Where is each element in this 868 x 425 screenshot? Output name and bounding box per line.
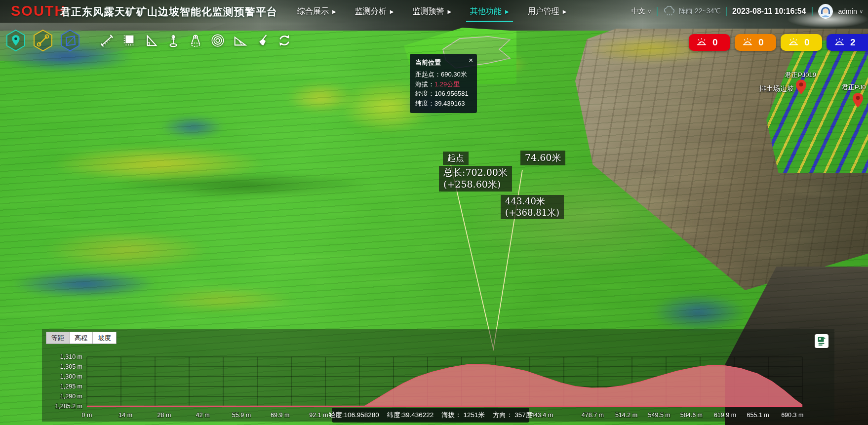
page-title: 君正东风露天矿矿山边坡智能化监测预警平台 bbox=[60, 5, 277, 19]
triangle-measure-icon[interactable] bbox=[140, 30, 162, 51]
measure-start-label: 起点 bbox=[443, 152, 469, 165]
terrain-blue-patch bbox=[160, 116, 225, 138]
header-right: 中文 ∨ 阵雨 22~34℃ 2023-08-11 10:16:54 bbox=[631, 0, 863, 23]
alarm-count: 0 bbox=[804, 37, 810, 48]
svg-text:584.6 m: 584.6 m bbox=[680, 412, 703, 419]
svg-text:69.9 m: 69.9 m bbox=[271, 412, 289, 419]
terrain-pit-benches bbox=[575, 29, 868, 290]
profile-tab[interactable]: 等距 bbox=[46, 332, 70, 344]
svg-text:549.5 m: 549.5 m bbox=[648, 412, 671, 419]
nav-label: 其他功能 bbox=[470, 6, 502, 17]
avatar[interactable] bbox=[818, 4, 833, 19]
svg-text:690.3 m: 690.3 m bbox=[781, 412, 803, 419]
terrain-yellow-patch bbox=[286, 81, 355, 114]
orange-alarm-badge[interactable]: 0 bbox=[735, 34, 776, 51]
top-bar: SOUTH 君正东风露天矿矿山边坡智能化监测预警平台 综合展示▶监测分析▶监测预… bbox=[0, 0, 868, 23]
terrain-blue-patch bbox=[652, 294, 746, 331]
measure-area-icon[interactable] bbox=[58, 29, 82, 52]
arrow-right-icon: ▶ bbox=[390, 9, 394, 14]
svg-text:478.7 m: 478.7 m bbox=[582, 412, 604, 419]
profile-tabs: 等距高程坡度 bbox=[46, 332, 117, 344]
arrow-right-icon: ▶ bbox=[447, 9, 451, 14]
measure-distance-icon[interactable] bbox=[31, 29, 55, 52]
nav-item[interactable]: 综合展示▶ bbox=[297, 6, 336, 17]
arrow-right-icon: ▶ bbox=[505, 9, 509, 14]
popup-row: 经度：106.956581 bbox=[415, 89, 472, 99]
yellow-alarm-badge[interactable]: 0 bbox=[781, 34, 822, 51]
red-alarm-badge[interactable]: 0 bbox=[689, 34, 730, 51]
map-3d-view[interactable]: SOUTH 君正东风露天矿矿山边坡智能化监测预警平台 综合展示▶监测分析▶监测预… bbox=[0, 0, 868, 425]
volume-measure-icon[interactable] bbox=[184, 30, 206, 51]
alarm-count: 0 bbox=[758, 37, 764, 48]
nav-label: 综合展示 bbox=[297, 6, 329, 17]
datetime-label: 2023-08-11 10:16:54 bbox=[732, 7, 806, 16]
weather-label: 阵雨 22~34℃ bbox=[679, 7, 720, 16]
profile-tab[interactable]: 高程 bbox=[70, 332, 93, 344]
language-label: 中文 bbox=[631, 7, 645, 16]
siren-icon bbox=[696, 38, 708, 47]
map-toolbar bbox=[4, 29, 295, 52]
svg-text:514.2 m: 514.2 m bbox=[615, 412, 637, 419]
user-menu[interactable]: admin ∨ bbox=[838, 7, 863, 15]
svg-text:28 m: 28 m bbox=[158, 412, 171, 419]
blue-alarm-badge[interactable]: 2 bbox=[827, 34, 868, 51]
refresh-icon[interactable] bbox=[273, 30, 295, 51]
slope-ruler-icon[interactable] bbox=[95, 30, 118, 51]
status-item: 经度:106.958280 bbox=[329, 411, 379, 420]
popup-row: 纬度：39.439163 bbox=[415, 99, 472, 109]
divider bbox=[812, 7, 813, 16]
username-label: admin bbox=[838, 7, 857, 15]
nav-item[interactable]: 用户管理▶ bbox=[528, 6, 567, 17]
marker-paitu-slope[interactable]: 排土场边坡 bbox=[759, 84, 794, 93]
rain-cloud-icon bbox=[663, 6, 676, 17]
nav-label: 用户管理 bbox=[528, 6, 559, 17]
alarm-count: 2 bbox=[850, 37, 856, 48]
siren-icon bbox=[742, 38, 753, 47]
export-excel-button[interactable] bbox=[815, 334, 829, 348]
marker-junzheng-pj0[interactable]: 君正PJ0 bbox=[842, 83, 866, 110]
divider bbox=[726, 7, 727, 16]
map-pin-icon[interactable] bbox=[796, 79, 806, 94]
svg-text:92.1 m: 92.1 m bbox=[309, 412, 328, 419]
slope-angle-icon[interactable] bbox=[229, 30, 251, 51]
locate-pin-icon[interactable] bbox=[4, 29, 28, 52]
popup-rows: 距起点：690.30米海拔：1.29公里经度：106.956581纬度：39.4… bbox=[415, 70, 472, 108]
svg-text:1,295 m: 1,295 m bbox=[60, 383, 82, 390]
chevron-down-icon: ∨ bbox=[860, 9, 863, 14]
svg-text:14 m: 14 m bbox=[118, 412, 132, 419]
alarm-counters: 0002 bbox=[689, 34, 868, 51]
popup-row: 海拔：1.29公里 bbox=[415, 79, 472, 89]
siren-icon bbox=[788, 38, 799, 47]
svg-text:443.4 m: 443.4 m bbox=[531, 412, 553, 419]
nav-label: 监测分析 bbox=[355, 6, 387, 17]
svg-text:1,305 m: 1,305 m bbox=[60, 363, 82, 370]
concentric-rings-icon[interactable] bbox=[206, 30, 229, 51]
svg-text:1,310 m: 1,310 m bbox=[60, 353, 82, 360]
current-position-popup: × 当前位置 距起点：690.30米海拔：1.29公里经度：106.956581… bbox=[410, 54, 477, 113]
surface-area-icon[interactable] bbox=[118, 30, 140, 51]
nav-item[interactable]: 监测分析▶ bbox=[355, 6, 394, 17]
terrain-yellow-patch bbox=[42, 230, 210, 271]
divider bbox=[657, 7, 658, 16]
chevron-down-icon: ∨ bbox=[648, 9, 651, 14]
nav-item[interactable]: 其他功能▶ bbox=[470, 6, 509, 17]
svg-text:619.9 m: 619.9 m bbox=[714, 412, 736, 419]
svg-text:1,300 m: 1,300 m bbox=[60, 373, 82, 380]
nav-item[interactable]: 监测预警▶ bbox=[412, 6, 451, 17]
svg-text:42 m: 42 m bbox=[196, 412, 210, 419]
siren-icon bbox=[833, 38, 845, 47]
terrain-yellow-patch bbox=[49, 146, 267, 183]
close-icon[interactable]: × bbox=[469, 56, 473, 64]
height-marker-icon[interactable] bbox=[162, 30, 184, 51]
profile-tab[interactable]: 坡度 bbox=[93, 332, 116, 344]
map-pin-icon[interactable] bbox=[853, 93, 863, 108]
svg-text:1,290 m: 1,290 m bbox=[60, 393, 82, 400]
clear-icon[interactable] bbox=[251, 30, 273, 51]
popup-row: 距起点：690.30米 bbox=[415, 70, 472, 79]
svg-text:0 m: 0 m bbox=[82, 412, 92, 419]
svg-text:55.9 m: 55.9 m bbox=[232, 412, 251, 419]
measure-segment1-label: 74.60米 bbox=[520, 151, 565, 165]
language-switcher[interactable]: 中文 ∨ bbox=[631, 7, 651, 16]
measure-total-label: 总长:702.00米 (+258.60米) bbox=[439, 166, 512, 192]
svg-text:655.1 m: 655.1 m bbox=[747, 412, 769, 419]
